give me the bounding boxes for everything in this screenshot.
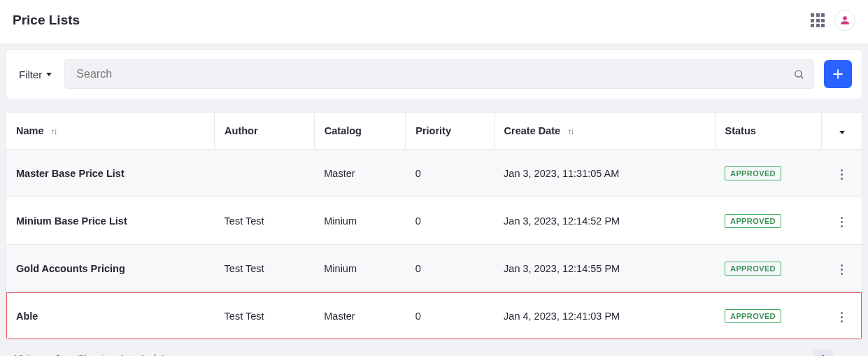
- status-badge: APPROVED: [725, 262, 781, 276]
- cell-actions: [822, 197, 862, 245]
- row-actions-button[interactable]: [837, 213, 848, 232]
- row-actions-button[interactable]: [837, 308, 848, 327]
- toolbar: Filter: [6, 49, 862, 99]
- column-header-create-date[interactable]: Create Date ↑↓: [494, 113, 715, 150]
- cell-name: Able: [6, 292, 215, 340]
- items-per-page-label: 10 items: [13, 353, 51, 356]
- chevron-right-icon: ›: [845, 352, 849, 356]
- cell-catalog: Master: [314, 292, 405, 340]
- column-header-priority[interactable]: Priority: [406, 113, 494, 150]
- cell-author: Test Test: [215, 197, 315, 245]
- row-actions-button[interactable]: [837, 260, 848, 280]
- pager: ‹ 1 ›: [790, 350, 857, 356]
- user-avatar[interactable]: [834, 10, 855, 31]
- cell-catalog: Master: [314, 150, 405, 197]
- svg-line-1: [800, 76, 802, 78]
- plus-icon: [832, 68, 844, 80]
- cell-priority: 0: [406, 245, 494, 292]
- status-badge: APPROVED: [725, 214, 781, 228]
- cell-actions: [822, 292, 862, 340]
- showing-text: Showing 1 to 4 of 4: [78, 353, 164, 356]
- cell-author: [215, 150, 315, 197]
- cell-catalog: Minium: [314, 197, 405, 245]
- filter-button[interactable]: Filter: [16, 64, 55, 85]
- status-badge: APPROVED: [725, 309, 781, 323]
- search-icon[interactable]: [784, 69, 813, 80]
- table-footer: 10 items Showing 1 to 4 of 4 ‹ 1 ›: [6, 340, 862, 356]
- column-header-status[interactable]: Status: [715, 113, 822, 150]
- pager-prev[interactable]: ‹: [790, 350, 809, 356]
- cell-author: Test Test: [215, 245, 315, 292]
- column-header-name[interactable]: Name ↑↓: [6, 113, 215, 150]
- cell-priority: 0: [406, 197, 494, 245]
- cell-actions: [822, 245, 862, 292]
- cell-create-date: Jan 3, 2023, 12:14:55 PM: [494, 245, 715, 292]
- cell-status: APPROVED: [715, 245, 822, 292]
- chevron-left-icon: ‹: [797, 352, 802, 356]
- page-title: Price Lists: [13, 13, 80, 28]
- add-button[interactable]: [824, 60, 852, 88]
- cell-create-date: Jan 3, 2023, 12:14:52 PM: [494, 197, 715, 245]
- user-icon: [840, 15, 850, 25]
- cell-status: APPROVED: [715, 197, 822, 245]
- cell-status: APPROVED: [715, 292, 822, 340]
- cell-priority: 0: [406, 292, 494, 340]
- search-input[interactable]: [65, 60, 784, 88]
- cell-status: APPROVED: [715, 150, 822, 197]
- row-actions-button[interactable]: [837, 165, 848, 185]
- column-header-author[interactable]: Author: [215, 113, 315, 150]
- svg-point-0: [795, 70, 801, 76]
- column-header-name-label: Name: [16, 125, 44, 136]
- cell-catalog: Minium: [314, 245, 405, 292]
- status-badge: APPROVED: [725, 166, 781, 180]
- pager-page-current[interactable]: 1: [813, 350, 833, 356]
- column-header-catalog[interactable]: Catalog: [314, 113, 405, 150]
- cell-create-date: Jan 3, 2023, 11:31:05 AM: [494, 150, 715, 197]
- price-lists-table: Name ↑↓ Author Catalog Priority Create D…: [6, 112, 862, 340]
- cell-author: Test Test: [215, 292, 315, 340]
- column-header-create-date-label: Create Date: [504, 125, 561, 136]
- filter-label: Filter: [19, 69, 42, 80]
- apps-menu-icon[interactable]: [811, 13, 825, 27]
- caret-down-icon: [46, 73, 52, 76]
- column-header-actions[interactable]: [822, 113, 862, 150]
- cell-name: Master Base Price List: [6, 150, 215, 197]
- cell-actions: [822, 150, 862, 197]
- caret-down-icon: [839, 131, 845, 134]
- cell-name: Gold Accounts Pricing: [6, 245, 215, 292]
- cell-create-date: Jan 4, 2023, 12:41:03 PM: [494, 292, 715, 340]
- search-field[interactable]: [64, 59, 814, 89]
- cell-priority: 0: [406, 150, 494, 197]
- sort-icon: ↑↓: [567, 127, 573, 136]
- table-row[interactable]: Master Base Price ListMaster0Jan 3, 2023…: [6, 150, 862, 197]
- items-per-page-selector[interactable]: 10 items: [13, 353, 61, 356]
- sort-icon: ↑↓: [51, 127, 57, 136]
- pager-next[interactable]: ›: [837, 350, 857, 356]
- table-row[interactable]: Minium Base Price ListTest TestMinium0Ja…: [6, 197, 862, 245]
- cell-name: Minium Base Price List: [6, 197, 215, 245]
- table-row[interactable]: AbleTest TestMaster0Jan 4, 2023, 12:41:0…: [6, 292, 862, 340]
- table-row[interactable]: Gold Accounts PricingTest TestMinium0Jan…: [6, 245, 862, 292]
